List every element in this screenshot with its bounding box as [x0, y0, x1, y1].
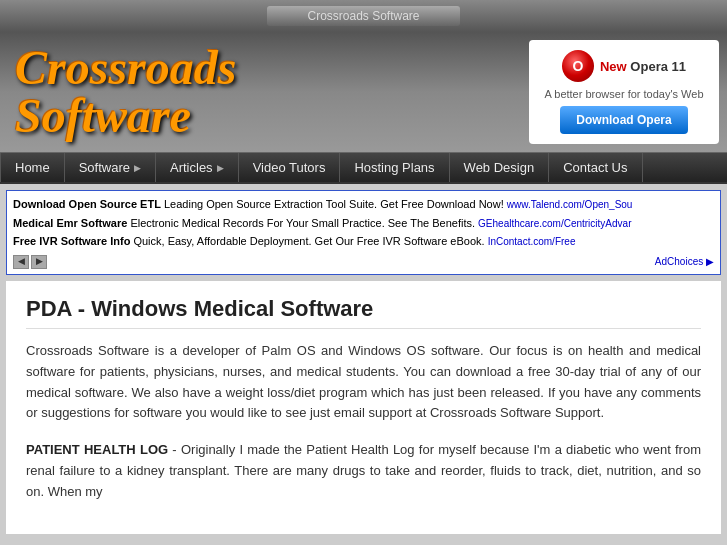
opera-tagline: A better browser for today's Web	[544, 88, 703, 100]
ad-link-1[interactable]: www.Talend.com/Open_Sou	[507, 199, 633, 210]
title-bar-label: Crossroads Software	[267, 6, 459, 26]
opera-new-label: New	[600, 59, 627, 74]
ad-row-3: Free IVR Software Info Quick, Easy, Affo…	[13, 232, 714, 251]
ad-prev-button[interactable]: ◀	[13, 255, 29, 269]
logo-line2: Software	[15, 92, 236, 140]
ad-banner: Download Open Source ETL Leading Open So…	[6, 190, 721, 275]
ad-bold-3: Free IVR Software Info	[13, 235, 130, 247]
ad-row-2: Medical Emr Software Electronic Medical …	[13, 214, 714, 233]
nav-bar: Home Software▶ Articles▶ Video Tutors Ho…	[0, 152, 727, 184]
title-bar: Crossroads Software	[0, 0, 727, 32]
opera-ad-banner: O New Opera 11 A better browser for toda…	[529, 40, 719, 144]
nav-video-tutors[interactable]: Video Tutors	[239, 153, 341, 182]
nav-home[interactable]: Home	[0, 153, 65, 182]
nav-articles[interactable]: Articles▶	[156, 153, 239, 182]
page-title: PDA - Windows Medical Software	[26, 296, 701, 329]
ad-navigation: ◀ ▶ AdChoices ▶	[13, 253, 714, 270]
ad-bold-2: Medical Emr Software	[13, 217, 127, 229]
ad-choices-link[interactable]: AdChoices ▶	[655, 253, 714, 270]
nav-hosting-plans[interactable]: Hosting Plans	[340, 153, 449, 182]
nav-software[interactable]: Software▶	[65, 153, 156, 182]
intro-paragraph: Crossroads Software is a developer of Pa…	[26, 341, 701, 424]
opera-ad-header: O New Opera 11	[562, 50, 686, 82]
ad-bold-1: Download Open Source ETL	[13, 198, 161, 210]
main-content: PDA - Windows Medical Software Crossroad…	[6, 281, 721, 534]
chevron-right-icon: ▶	[134, 163, 141, 173]
opera-download-button[interactable]: Download Opera	[560, 106, 687, 134]
opera-product-label: Opera 11	[630, 59, 686, 74]
nav-web-design[interactable]: Web Design	[450, 153, 550, 182]
logo: Crossroads Software	[15, 44, 236, 140]
nav-contact-us[interactable]: Contact Us	[549, 153, 642, 182]
patient-section-title: PATIENT HEALTH LOG	[26, 442, 168, 457]
logo-area: Crossroads Software	[0, 32, 521, 152]
logo-line1: Crossroads	[15, 44, 236, 92]
ad-arrow-buttons: ◀ ▶	[13, 255, 47, 269]
ad-link-3[interactable]: InContact.com/Free	[488, 236, 576, 247]
ad-row-1: Download Open Source ETL Leading Open So…	[13, 195, 714, 214]
ad-link-2[interactable]: GEhealthcare.com/CentricityAdvar	[478, 218, 631, 229]
header: Crossroads Software O New Opera 11 A bet…	[0, 32, 727, 152]
patient-section: PATIENT HEALTH LOG - Originally I made t…	[26, 440, 701, 502]
opera-logo-icon: O	[562, 50, 594, 82]
ad-next-button[interactable]: ▶	[31, 255, 47, 269]
chevron-right-icon: ▶	[217, 163, 224, 173]
